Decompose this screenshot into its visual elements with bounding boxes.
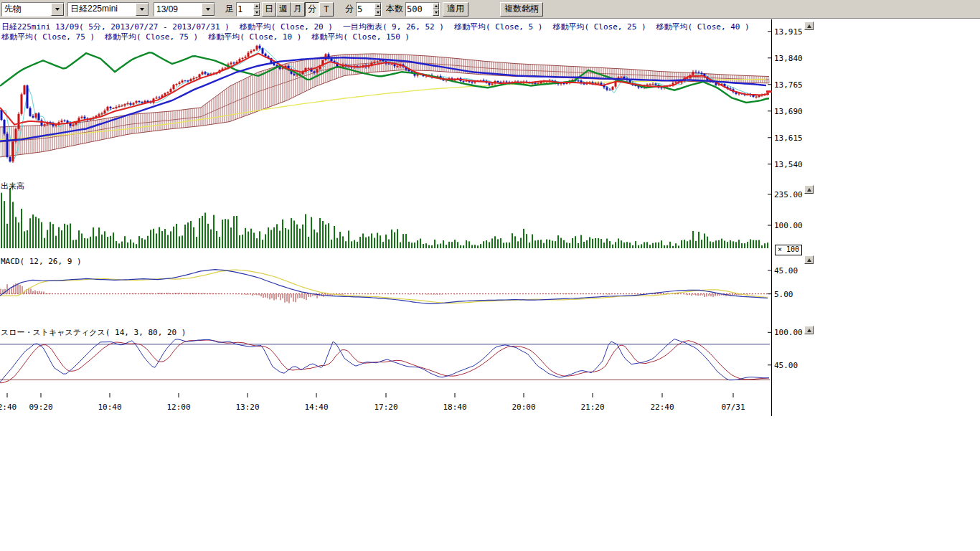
scroll-up-icon <box>807 188 811 192</box>
bar-count-field[interactable] <box>405 2 440 17</box>
legend-item: 移動平均( Close, 75 ) <box>1 32 95 42</box>
chevron-down-glyph <box>140 8 144 11</box>
legend-item: 移動平均( Close, 75 ) <box>105 32 198 42</box>
legend-item: 移動平均( Close, 25 ) <box>552 22 646 32</box>
bar-count-spinner[interactable] <box>433 3 439 16</box>
spin-down-button[interactable] <box>374 9 381 16</box>
price-axis-label: 13,690 <box>774 107 803 116</box>
chevron-down-icon[interactable] <box>51 3 64 16</box>
legend-item: 一目均衡表( 9, 26, 52 ) <box>343 22 444 32</box>
panel-scroll-up-button[interactable] <box>804 185 814 194</box>
spin-down-icon <box>435 11 438 14</box>
period-button-月[interactable]: 月 <box>291 2 305 17</box>
macd-panel-label: MACD( 12, 26, 9 ) <box>1 257 82 266</box>
time-axis-label: 21:20 <box>576 402 609 412</box>
time-axis-label: 07/31 <box>717 402 750 412</box>
panel-scroll-up-button[interactable] <box>804 255 814 264</box>
trading-chart-app: { "toolbar": { "instrument_type": "先物", … <box>0 0 980 551</box>
time-axis-label: 09:20 <box>24 402 57 412</box>
legend-item: 日経225mini 13/09( 5分, 2013/07/27 - 2013/0… <box>1 22 230 32</box>
bar-count-input[interactable] <box>406 3 433 16</box>
legend-item: 移動平均( Close, 5 ) <box>454 22 542 32</box>
chevron-down-icon[interactable] <box>202 3 215 16</box>
toolbar: 先物 日経225mini 13/09 足 日週月分T 分 本数 適用 複数銘柄 <box>0 0 980 19</box>
legend-item: 移動平均( Close, 150 ) <box>311 32 410 42</box>
apply-button[interactable]: 適用 <box>443 2 468 17</box>
stoch-axis-label: 100.00 <box>774 328 803 337</box>
volume-axis-label: 100.00 <box>774 221 803 230</box>
minute-value-spinner[interactable] <box>374 3 381 16</box>
chart-plot[interactable] <box>0 19 818 418</box>
volume-axis-label: 235.00 <box>774 190 803 199</box>
period-button-group: 日週月分T <box>262 2 334 17</box>
price-axis-label: 13,765 <box>774 80 803 90</box>
minute-value-input[interactable] <box>357 3 374 16</box>
time-axis-label: 17:20 <box>369 402 402 412</box>
bar-value-input[interactable] <box>237 3 253 16</box>
spin-down-icon <box>377 11 380 14</box>
chevron-down-glyph <box>55 8 60 11</box>
time-axis-label: 20:00 <box>507 402 540 412</box>
period-button-T[interactable]: T <box>319 2 334 17</box>
spin-up-button[interactable] <box>374 3 381 9</box>
chart-legend-line2: 移動平均( Close, 75 )移動平均( Close, 75 )移動平均( … <box>1 32 420 42</box>
bar-type-label: 足 <box>225 3 234 15</box>
symbol-value: 日経225mini <box>68 3 136 15</box>
chart-area: 日経225mini 13/09( 5分, 2013/07/27 - 2013/0… <box>0 19 980 418</box>
time-axis-label: 10:40 <box>93 402 126 412</box>
legend-item: 移動平均( Close, 20 ) <box>240 22 333 32</box>
bar-value-field[interactable] <box>236 2 260 17</box>
period-button-日[interactable]: 日 <box>262 2 276 17</box>
spin-up-button[interactable] <box>433 3 439 9</box>
minute-label: 分 <box>345 3 354 15</box>
stoch-axis-label: 45.00 <box>774 361 798 370</box>
scroll-up-icon <box>807 24 811 28</box>
period-button-週[interactable]: 週 <box>276 2 291 17</box>
spin-up-icon <box>377 5 380 7</box>
spin-down-icon <box>255 11 258 14</box>
scroll-up-icon <box>807 258 811 262</box>
legend-item: 移動平均( Close, 40 ) <box>656 22 750 32</box>
time-axis-label: 2:40 <box>0 402 24 412</box>
legend-item: 移動平均( Close, 10 ) <box>208 32 301 42</box>
price-axis-label: 13,915 <box>774 27 803 37</box>
time-axis-label: 14:40 <box>300 402 333 412</box>
price-axis-label: 13,540 <box>774 160 803 169</box>
spin-down-button[interactable] <box>433 9 439 16</box>
price-axis-label: 13,840 <box>774 54 803 63</box>
time-axis-label: 12:00 <box>162 402 195 412</box>
time-axis-label: 18:40 <box>438 402 471 412</box>
symbol-select[interactable]: 日経225mini <box>67 2 149 17</box>
period-button-分[interactable]: 分 <box>305 2 319 17</box>
macd-axis-label: 5.00 <box>774 290 793 299</box>
bar-value-spinner[interactable] <box>253 3 260 16</box>
spin-up-icon <box>255 5 258 7</box>
scroll-up-icon <box>807 329 811 332</box>
time-axis-label: 22:40 <box>646 402 679 412</box>
spin-down-button[interactable] <box>253 9 260 16</box>
panel-scroll-up-button[interactable] <box>804 326 814 334</box>
multi-symbol-button[interactable]: 複数銘柄 <box>500 2 543 17</box>
volume-panel-label: 出来高 <box>1 181 24 192</box>
chevron-down-glyph <box>206 8 210 11</box>
panel-scroll-up-button[interactable] <box>804 22 814 30</box>
price-axis-label: 13,615 <box>774 133 803 143</box>
stoch-panel-label: スロー・ストキャスティクス( 14, 3, 80, 20 ) <box>1 327 186 338</box>
bar-count-label: 本数 <box>386 3 403 15</box>
spin-up-icon <box>435 5 438 7</box>
instrument-type-select[interactable]: 先物 <box>1 2 65 17</box>
spin-up-button[interactable] <box>253 3 260 9</box>
instrument-type-value: 先物 <box>2 3 51 15</box>
contract-month-value: 13/09 <box>154 4 202 14</box>
volume-multiplier-box: × 100 <box>775 245 802 255</box>
macd-axis-label: 45.00 <box>774 266 798 276</box>
contract-month-select[interactable]: 13/09 <box>154 2 215 17</box>
chart-legend-line1: 日経225mini 13/09( 5分, 2013/07/27 - 2013/0… <box>1 22 760 32</box>
time-axis-label: 13:20 <box>231 402 264 412</box>
minute-value-field[interactable] <box>356 2 382 17</box>
chevron-down-icon[interactable] <box>136 3 149 16</box>
